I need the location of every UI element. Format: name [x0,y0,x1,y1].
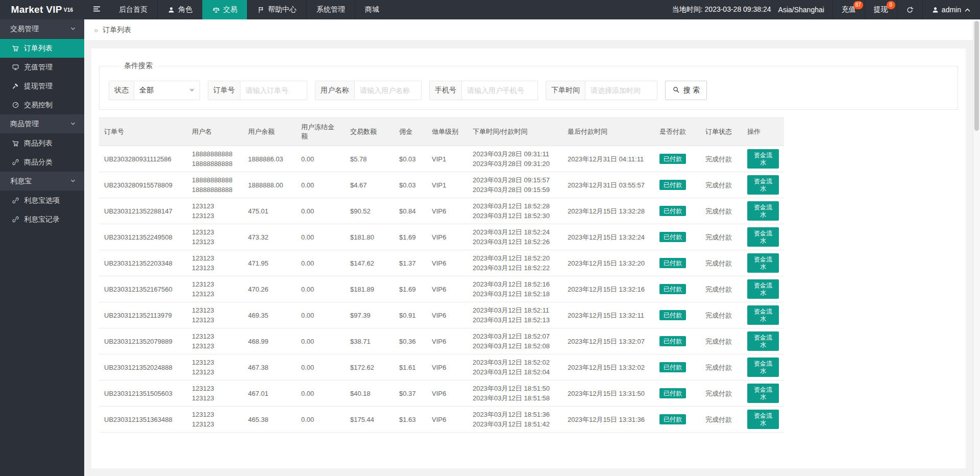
cell-amount: $4.67 [345,172,394,198]
column-header: 用户名 [187,118,243,146]
sidebar-group-product-management[interactable]: 商品管理 [0,114,84,134]
cell-amount: $5.78 [345,146,394,172]
cell-order-status: 完成付款 [700,302,742,328]
cell-last-pay-time: 2023年12月31日 04:11:11 [562,146,654,172]
username-input[interactable] [355,81,421,100]
paid-badge: 已付款 [659,388,686,398]
cell-username: 123123123123 [187,250,243,276]
sidebar-group-trade-management[interactable]: 交易管理 [0,19,84,39]
fund-flow-button[interactable]: 资金流水 [747,305,779,325]
cell-last-pay-time: 2023年12月15日 13:32:02 [562,354,654,380]
cell-level: VIP6 [427,328,468,354]
cell-frozen: 0.00 [296,250,345,276]
chevron-down-icon [70,120,76,128]
cell-last-pay-time: 2023年12月15日 13:31:36 [562,407,654,433]
nav-item-help-center[interactable]: 帮助中心 [247,0,306,19]
cart-icon [12,139,19,147]
cell-pay-status: 已付款 [654,224,700,250]
cell-last-pay-time: 2023年12月15日 13:32:20 [562,250,654,276]
cell-commission: $1.63 [394,407,427,433]
cell-balance: 467.38 [243,354,296,380]
vertical-scrollbar[interactable] [973,19,980,476]
cell-amount: $181.89 [345,276,394,302]
nav-item-home[interactable]: 后台首页 [109,0,157,19]
cell-username: 123123123123 [187,380,243,407]
cell-username: 123123123123 [187,198,243,224]
sidebar-item-interest-records[interactable]: 利息宝记录 [0,210,84,229]
cell-balance: 1888888.00 [243,172,296,198]
scrollbar-thumb[interactable] [974,21,979,131]
column-header: 操作 [742,118,784,146]
column-header: 佣金 [394,118,427,146]
withdraw-button[interactable]: 提现 0 [865,0,897,19]
sidebar-item-trade-control[interactable]: 交易控制 [0,96,84,114]
cell-actions: 资金流水 [742,380,784,407]
fund-flow-button[interactable]: 资金流水 [747,358,779,377]
fund-flow-button[interactable]: 资金流水 [747,384,779,403]
nav-item-role[interactable]: 角色 [157,0,202,19]
sidebar-item-order-list[interactable]: 订单列表 [0,39,84,58]
nav-item-mall[interactable]: 商城 [355,0,389,19]
table-row: UB2303121352079889 123123123123 468.99 0… [99,328,784,354]
nav-item-trade[interactable]: 交易 [202,0,247,19]
link-icon [12,197,19,204]
column-header: 用户余额 [243,118,296,146]
fund-flow-button[interactable]: 资金流水 [747,279,779,299]
cell-order-status: 完成付款 [700,276,742,302]
cell-balance: 467.01 [243,380,296,407]
cell-username: 1888888888818888888888 [187,172,243,198]
column-header: 用户冻结金额 [296,118,345,146]
cell-order-no: UB2303121352249508 [99,224,187,250]
table-row: UB2303121352288147 123123123123 475.01 0… [99,198,784,224]
cell-last-pay-time: 2023年12月15日 13:32:28 [562,198,654,224]
fund-flow-button[interactable]: 资金流水 [747,331,779,351]
fund-flow-button[interactable]: 资金流水 [747,149,779,169]
cell-commission: $0.03 [394,146,427,172]
sidebar-item-withdraw-management[interactable]: 提现管理 [0,77,84,96]
fund-flow-button[interactable]: 资金流水 [747,175,779,195]
fund-flow-button[interactable]: 资金流水 [747,253,779,273]
cell-frozen: 0.00 [296,276,345,302]
refresh-button[interactable] [897,0,922,19]
cell-balance: 468.99 [243,328,296,354]
cell-frozen: 0.00 [296,146,345,172]
cell-pay-status: 已付款 [654,250,700,276]
cell-order-times: 2023年03月12日 18:52:072023年03月12日 18:52:08 [468,328,562,354]
cell-order-times: 2023年03月12日 18:51:362023年03月12日 18:51:42 [468,407,562,433]
menu-toggle-button[interactable] [84,0,109,19]
recharge-button[interactable]: 充值 87 [832,0,865,19]
column-header: 订单号 [99,118,187,146]
table-header-row: 订单号用户名用户余额用户冻结金额交易数额佣金做单级别下单时间/付款时间最后付款时… [99,118,784,146]
fund-flow-button[interactable]: 资金流水 [747,410,779,429]
sidebar-item-product-category[interactable]: 商品分类 [0,153,84,172]
breadcrumb-arrow-icon: » [94,26,98,34]
user-menu[interactable]: admin [922,0,980,19]
column-header: 下单时间/付款时间 [468,118,562,146]
cell-last-pay-time: 2023年12月15日 13:32:24 [562,224,654,250]
sidebar-item-interest-options[interactable]: 利息宝选项 [0,191,84,210]
order-time-input[interactable] [585,81,657,100]
main-content: 条件搜索 状态 全部 订单号 用户名称 [91,49,966,468]
cell-last-pay-time: 2023年12月31日 03:55:57 [562,172,654,198]
column-header: 最后付款时间 [562,118,654,146]
search-legend: 条件搜索 [119,61,158,70]
cell-order-times: 2023年03月28日 09:31:112023年03月28日 09:31:20 [468,146,562,172]
phone-input[interactable] [462,81,537,100]
cell-amount: $40.18 [345,380,394,407]
paid-badge: 已付款 [659,414,686,424]
sidebar-group-interest-treasure[interactable]: 利息宝 [0,172,84,191]
username-text: admin [942,6,961,14]
cell-balance: 473.32 [243,224,296,250]
cart-icon [12,44,19,52]
user-icon [167,6,175,14]
cell-pay-status: 已付款 [654,172,700,198]
nav-item-system[interactable]: 系统管理 [306,0,355,19]
sidebar-item-recharge-management[interactable]: 充值管理 [0,58,84,77]
paid-badge: 已付款 [659,336,686,346]
search-button[interactable]: 搜 索 [665,81,707,100]
fund-flow-button[interactable]: 资金流水 [747,227,779,247]
order-no-input[interactable] [240,81,307,100]
status-select[interactable]: 全部 [134,81,200,100]
fund-flow-button[interactable]: 资金流水 [747,201,779,221]
sidebar-item-product-list[interactable]: 商品列表 [0,134,84,153]
